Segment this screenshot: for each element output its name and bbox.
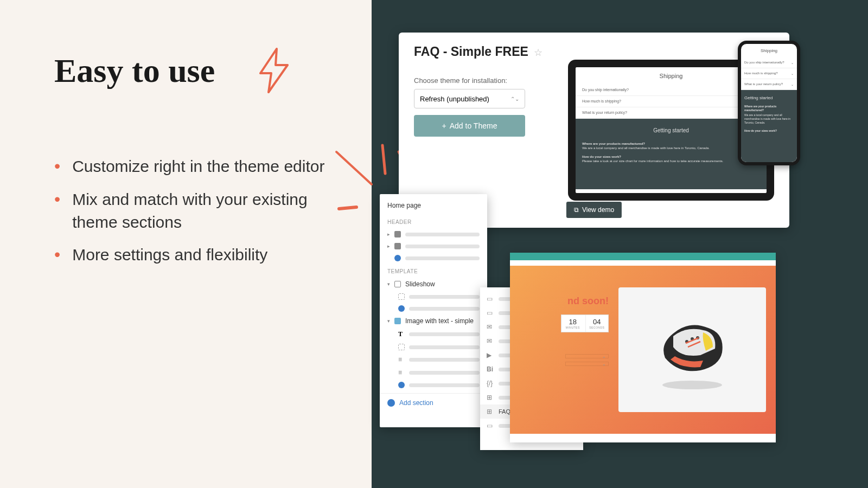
add-section-button[interactable]: Add section [380,393,487,412]
select-arrows-icon: ⌃⌄ [510,96,519,102]
faq-qa: How do your sizes work?Please take a loo… [582,155,760,163]
faq-qa: Where are your products manufactured?We … [582,142,760,150]
phone-faq-heading: Shipping [741,44,797,57]
bullet-item: Mix and match with your existing theme s… [54,188,334,234]
phone-screen: Shipping Do you ship internationally?⌄ H… [741,44,797,162]
site-hero: nd soon! 18MINUTES 04SECONDS ⌄ ⌄ [510,266,776,434]
phone-mockup: Shipping Do you ship internationally?⌄ H… [738,41,800,165]
faq-item[interactable]: What is your return policy?⌄ [741,79,797,90]
view-demo-button[interactable]: ⧉ View demo [566,202,622,218]
editor-row[interactable]: ▸ [380,228,487,240]
bullet-item: More settings and flexibility [54,243,334,267]
plus-icon: + [442,121,446,130]
faq-item[interactable]: How much is shipping?⌄ [741,68,797,79]
external-link-icon: ⧉ [574,206,579,214]
svg-point-0 [662,381,722,389]
add-to-theme-button[interactable]: + Add to Theme [414,115,525,137]
faq-item[interactable]: Do you ship internationally?⌄ [741,57,797,68]
theme-select[interactable]: Refresh (unpublished) ⌃⌄ [414,89,525,108]
editor-row[interactable] [380,341,487,353]
editor-row[interactable]: ▸ [380,240,487,252]
product-image [618,287,766,412]
install-card-title: FAQ - Simple FREE [414,44,528,59]
bullet-item: Customize right in the theme editor [54,155,334,178]
plus-circle-icon [387,399,395,407]
editor-add-row[interactable] [380,303,487,314]
editor-add-row[interactable] [380,379,487,391]
theme-editor-panel: Home page HEADER ▸ ▸ ▸ TEMPLATE ▾Slidesh… [380,194,487,427]
editor-row[interactable]: ≡ [380,366,487,379]
marketing-left-panel: Easy to use Customize right in the theme… [0,0,372,488]
field-placeholder: ⌄ [565,362,609,366]
editor-image-text-row[interactable]: ▾Image with text - simple [380,314,487,328]
phone-dark-section: Getting started Where are your products … [741,90,797,162]
bullet-list: Customize right in the theme editor Mix … [54,155,334,267]
editor-row[interactable]: ≡ [380,353,487,366]
lightning-icon [255,46,293,95]
site-topbar [510,253,776,260]
sale-headline: nd soon! [520,296,618,307]
editor-slideshow-row[interactable]: ▾Slideshow [380,278,487,291]
field-placeholder: ⌄ [565,354,609,358]
install-title-row: FAQ - Simple FREE ☆ [414,44,774,59]
website-preview: nd soon! 18MINUTES 04SECONDS ⌄ ⌄ [510,253,776,442]
editor-section-label: TEMPLATE [380,264,487,278]
shoe-icon [649,306,736,393]
editor-row[interactable]: T [380,328,487,341]
editor-section-label: HEADER [380,215,487,228]
editor-row[interactable] [380,291,487,303]
faq-dark-heading: Getting started [582,127,760,133]
faq-qa: How do your sizes work? [744,129,794,133]
phone-dark-heading: Getting started [744,95,794,100]
editor-page-title: Home page [380,194,487,215]
collage-right-panel: FAQ - Simple FREE ☆ Choose theme for ins… [372,0,868,488]
theme-select-value: Refresh (unpublished) [420,95,489,103]
faq-qa: Where are your products manufactured?We … [744,105,794,125]
editor-add-row[interactable]: ▸ [380,252,487,264]
countdown-timer: 18MINUTES 04SECONDS [561,314,609,332]
star-icon[interactable]: ☆ [534,47,542,58]
